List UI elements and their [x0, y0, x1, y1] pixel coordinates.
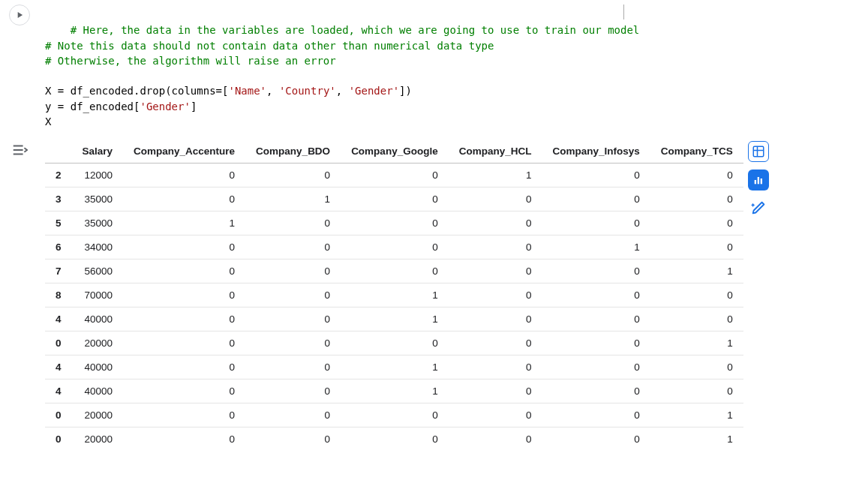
- cell-value: 0: [245, 236, 341, 260]
- cell-value: 0: [449, 212, 542, 236]
- cell-value: 0: [245, 380, 341, 404]
- cell-value: 0: [449, 380, 542, 404]
- cell-value: 0: [341, 212, 449, 236]
- interactive-table-button[interactable]: [748, 141, 769, 162]
- table-row: 440000001000: [45, 356, 743, 380]
- code-string: 'Gender': [349, 85, 399, 97]
- column-header: Company_BDO: [245, 140, 341, 164]
- cell-value: 0: [650, 308, 743, 332]
- cell-value: 0: [542, 380, 650, 404]
- table-row: 440000001000: [45, 380, 743, 404]
- cell-value: 0: [449, 404, 542, 428]
- cell-value: 0: [449, 260, 542, 284]
- code-editor[interactable]: # Here, the data in the variables are lo…: [36, 3, 865, 136]
- table-row: 335000010000: [45, 188, 743, 212]
- svg-rect-3: [760, 178, 761, 184]
- code-comment: # Here, the data in the variables are lo…: [71, 24, 640, 36]
- code-string: 'Name': [228, 85, 266, 97]
- column-header: Company_HCL: [449, 140, 542, 164]
- suggest-edit-button[interactable]: [748, 198, 769, 219]
- cell-value: 1: [341, 380, 449, 404]
- cell-value: 0: [650, 284, 743, 308]
- code-string: 'Country': [279, 85, 336, 97]
- cell-value: 0: [245, 284, 341, 308]
- cell-value: 0: [542, 164, 650, 188]
- cell-value: 0: [449, 428, 542, 452]
- cell-value: 0: [449, 236, 542, 260]
- table-row: 756000000001: [45, 260, 743, 284]
- cell-value: 40000: [72, 380, 124, 404]
- play-icon: [14, 10, 25, 20]
- cell-value: 1: [650, 428, 743, 452]
- row-index: 0: [45, 404, 72, 428]
- cell-value: 0: [245, 260, 341, 284]
- cell-value: 0: [650, 356, 743, 380]
- column-header: [45, 140, 72, 164]
- chart-button[interactable]: [748, 170, 769, 190]
- code-text: df_encoded[: [64, 100, 140, 112]
- cell-value: 0: [123, 260, 245, 284]
- cell-value: 0: [341, 236, 449, 260]
- svg-rect-0: [753, 147, 764, 158]
- row-index: 8: [45, 284, 72, 308]
- cell-value: 12000: [72, 164, 124, 188]
- cell-value: 35000: [72, 188, 124, 212]
- cell-value: 1: [245, 188, 341, 212]
- cell-value: 0: [449, 332, 542, 356]
- code-text: ,: [266, 85, 279, 97]
- code-text: y: [45, 100, 58, 112]
- cell-value: 0: [542, 404, 650, 428]
- cell-value: 0: [245, 308, 341, 332]
- cell-value: 35000: [72, 212, 124, 236]
- column-header: Company_Infosys: [542, 140, 650, 164]
- cell-value: 0: [650, 188, 743, 212]
- table-row: 020000000001: [45, 332, 743, 356]
- cell-value: 40000: [72, 356, 124, 380]
- code-text: ]): [399, 85, 412, 97]
- cell-value: 1: [341, 284, 449, 308]
- run-button[interactable]: [9, 4, 30, 26]
- cell-value: 0: [449, 308, 542, 332]
- cell-value: 20000: [72, 332, 124, 356]
- code-text: X: [45, 85, 58, 97]
- cell-value: 0: [650, 164, 743, 188]
- column-header: Company_Google: [341, 140, 449, 164]
- toggle-output-button[interactable]: [11, 141, 29, 159]
- cell-value: 0: [341, 332, 449, 356]
- table-header-row: SalaryCompany_AccentureCompany_BDOCompan…: [45, 140, 743, 164]
- cell-value: 0: [449, 284, 542, 308]
- cell-value: 0: [123, 404, 245, 428]
- cell-value: 0: [123, 308, 245, 332]
- output-area: SalaryCompany_AccentureCompany_BDOCompan…: [0, 136, 868, 454]
- cell-value: 20000: [72, 428, 124, 452]
- cell-gutter: [3, 3, 36, 136]
- code-text: =: [216, 85, 222, 97]
- cell-value: 0: [123, 164, 245, 188]
- dataframe-table: SalaryCompany_AccentureCompany_BDOCompan…: [45, 140, 743, 451]
- svg-rect-1: [754, 180, 755, 184]
- cell-value: 0: [542, 428, 650, 452]
- text-cursor: [623, 4, 624, 20]
- cell-value: 1: [341, 356, 449, 380]
- cell-value: 0: [542, 260, 650, 284]
- dataframe-output: SalaryCompany_AccentureCompany_BDOCompan…: [36, 136, 868, 454]
- code-cell: # Here, the data in the variables are lo…: [0, 0, 868, 136]
- table-row: 440000001000: [45, 308, 743, 332]
- table-icon: [752, 145, 765, 158]
- cell-value: 0: [123, 332, 245, 356]
- cell-value: 0: [542, 356, 650, 380]
- row-index: 5: [45, 212, 72, 236]
- dataframe-tools: [743, 140, 773, 451]
- row-index: 6: [45, 236, 72, 260]
- cell-value: 0: [123, 428, 245, 452]
- cell-value: 0: [449, 188, 542, 212]
- cell-value: 56000: [72, 260, 124, 284]
- cell-value: 1: [123, 212, 245, 236]
- row-index: 4: [45, 308, 72, 332]
- cell-value: 0: [245, 164, 341, 188]
- row-index: 0: [45, 332, 72, 356]
- output-toggle-icon: [11, 143, 28, 157]
- cell-value: 0: [542, 332, 650, 356]
- cell-value: 0: [341, 164, 449, 188]
- cell-value: 0: [542, 308, 650, 332]
